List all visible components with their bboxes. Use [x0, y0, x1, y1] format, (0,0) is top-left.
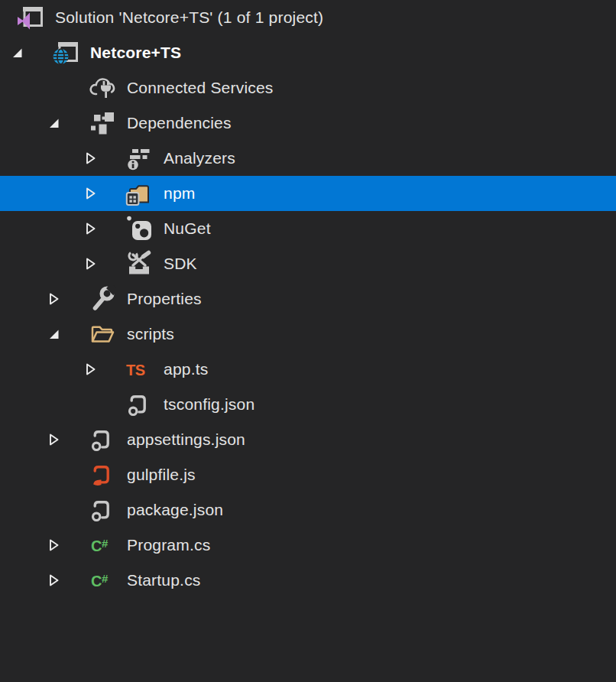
npm-folder-icon	[125, 180, 153, 207]
tree-item-label: tsconfig.json	[164, 395, 255, 414]
tree-item-label: Connected Services	[127, 79, 274, 97]
expander-collapsed-icon[interactable]	[83, 221, 99, 236]
indent-spacer	[0, 18, 17, 18]
typescript-file-icon: TS	[125, 356, 153, 383]
indent-spacer	[0, 510, 47, 511]
expander-collapsed-icon[interactable]	[47, 537, 62, 553]
indent-spacer	[0, 369, 83, 370]
indent-spacer	[0, 193, 83, 194]
tree-row-package-json[interactable]: package.json	[0, 492, 616, 528]
indent-spacer	[0, 440, 47, 440]
tree-row-analyzers[interactable]: Analyzers	[0, 141, 616, 176]
svg-text:C: C	[91, 573, 102, 589]
expander-collapsed-icon[interactable]	[83, 186, 99, 201]
indent-spacer	[0, 88, 47, 89]
tree-item-label: package.json	[127, 501, 223, 519]
indent-spacer	[0, 53, 10, 54]
tree-item-label: npm	[164, 184, 195, 203]
dependencies-icon	[89, 109, 116, 137]
expander-expanded-icon[interactable]	[10, 45, 25, 60]
indent-spacer	[0, 158, 83, 159]
indent-spacer	[0, 475, 47, 476]
indent-spacer	[0, 334, 47, 335]
expander-expanded-icon[interactable]	[47, 115, 62, 131]
svg-text:C: C	[91, 537, 102, 554]
tree-item-label: Netcore+TS	[90, 44, 181, 62]
properties-wrench-icon	[89, 285, 116, 313]
expander-collapsed-icon[interactable]	[47, 291, 62, 307]
nuget-icon	[125, 215, 153, 242]
analyzers-icon	[125, 145, 153, 172]
json-file-icon	[125, 391, 153, 418]
expander-placeholder	[83, 397, 99, 412]
gulp-file-icon	[89, 461, 116, 489]
tree-row-connected-services[interactable]: Connected Services	[0, 70, 616, 106]
tree-row-properties[interactable]: Properties	[0, 281, 616, 317]
tree-row-app-ts[interactable]: TS app.ts	[0, 352, 616, 387]
csharp-file-icon: C #	[89, 567, 116, 594]
tree-row-solution-netcore-ts-1-of-1-project[interactable]: Solution 'Netcore+TS' (1 of 1 project)	[0, 0, 616, 35]
svg-text:#: #	[102, 572, 109, 585]
web-project-icon	[52, 39, 79, 67]
expander-collapsed-icon[interactable]	[47, 432, 62, 447]
expander-collapsed-icon[interactable]	[47, 573, 62, 588]
indent-spacer	[0, 404, 83, 405]
tree-item-label: app.ts	[164, 360, 208, 378]
tree-item-label: Solution 'Netcore+TS' (1 of 1 project)	[55, 8, 323, 27]
expander-placeholder	[47, 80, 62, 96]
indent-spacer	[0, 545, 47, 546]
tree-item-label: gulpfile.js	[127, 466, 196, 484]
tree-row-startup-cs[interactable]: C # Startup.cs	[0, 563, 616, 598]
indent-spacer	[0, 123, 47, 124]
indent-spacer	[0, 299, 47, 300]
svg-text:TS: TS	[126, 362, 145, 378]
folder-open-icon	[89, 320, 116, 348]
tree-item-label: Startup.cs	[127, 571, 201, 589]
indent-spacer	[0, 229, 83, 229]
tree-item-label: SDK	[164, 255, 197, 273]
tree-item-label: Properties	[127, 290, 202, 308]
tree-row-npm[interactable]: npm	[0, 176, 616, 211]
expander-expanded-icon[interactable]	[47, 326, 62, 342]
tree-item-label: Dependencies	[127, 114, 232, 132]
json-file-icon	[89, 426, 116, 453]
json-file-icon	[89, 496, 116, 524]
tree-row-gulpfile-js[interactable]: gulpfile.js	[0, 457, 616, 492]
tree-item-label: scripts	[127, 325, 174, 343]
indent-spacer	[0, 580, 47, 581]
tree-row-appsettings-json[interactable]: appsettings.json	[0, 422, 616, 457]
tree-row-nuget[interactable]: NuGet	[0, 211, 616, 246]
tree-row-netcore-ts[interactable]: Netcore+TS	[0, 35, 616, 70]
expander-collapsed-icon[interactable]	[83, 151, 99, 166]
tree-row-tsconfig-json[interactable]: tsconfig.json	[0, 387, 616, 422]
tree-item-label: NuGet	[164, 219, 211, 238]
tree-row-program-cs[interactable]: C # Program.cs	[0, 528, 616, 563]
solution-explorer-tree: Solution 'Netcore+TS' (1 of 1 project) N…	[0, 0, 616, 598]
tree-item-label: appsettings.json	[127, 430, 245, 449]
svg-text:#: #	[102, 537, 109, 550]
tree-row-sdk[interactable]: SDK	[0, 246, 616, 281]
expander-placeholder	[47, 502, 62, 518]
tree-row-dependencies[interactable]: Dependencies	[0, 106, 616, 141]
expander-placeholder	[47, 467, 62, 482]
tree-row-scripts[interactable]: scripts	[0, 317, 616, 352]
sdk-icon	[125, 250, 153, 278]
tree-item-label: Analyzers	[164, 149, 235, 167]
tree-item-label: Program.cs	[127, 536, 210, 554]
connected-services-icon	[89, 74, 116, 102]
csharp-file-icon: C #	[89, 531, 116, 559]
indent-spacer	[0, 264, 83, 265]
solution-icon	[17, 4, 44, 31]
expander-collapsed-icon[interactable]	[83, 362, 99, 377]
expander-collapsed-icon[interactable]	[83, 256, 99, 271]
